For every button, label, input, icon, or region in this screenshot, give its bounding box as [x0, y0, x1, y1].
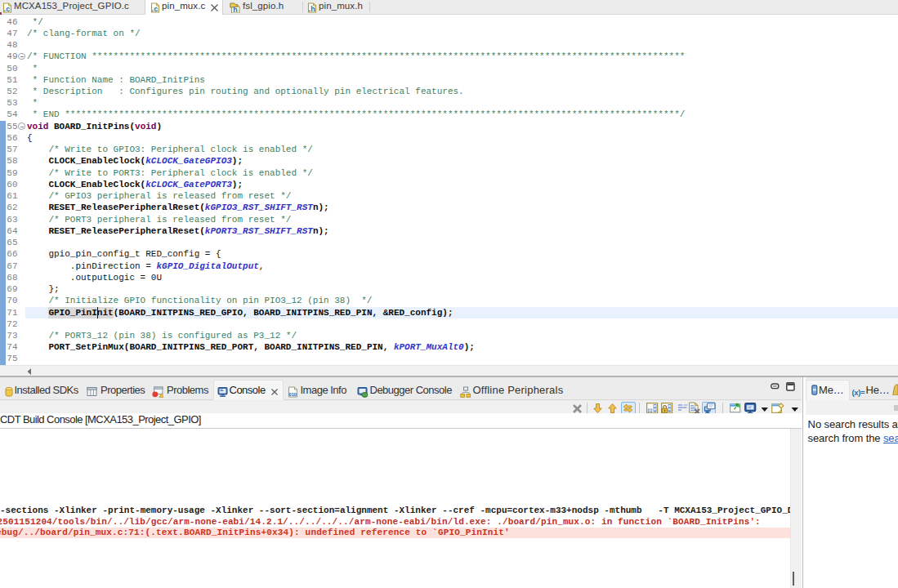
svg-text:.c: .c: [4, 4, 11, 12]
svg-text:h: h: [233, 5, 238, 12]
svg-text:.h: .h: [309, 4, 315, 12]
svg-text:010: 010: [288, 392, 296, 397]
svg-text:.c: .c: [152, 4, 159, 12]
